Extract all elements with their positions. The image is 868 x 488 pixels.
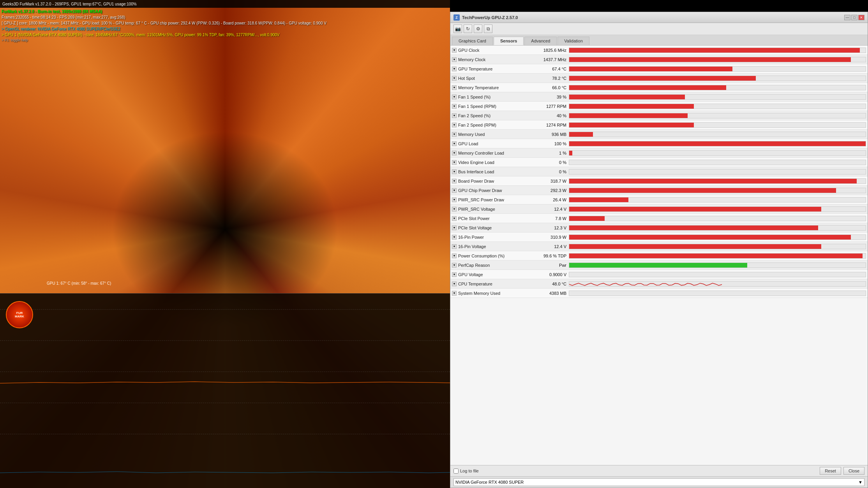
- sensor-name-cell: ▼Fan 2 Speed (RPM): [452, 123, 530, 127]
- sensor-dropdown-arrow[interactable]: ▼: [452, 235, 457, 240]
- gpu-dropdown-arrow: ▼: [858, 480, 863, 484]
- sensor-dropdown-arrow[interactable]: ▼: [452, 132, 457, 137]
- sensor-row-power-consumption-: ▼Power Consumption (%)99.6 % TDP: [450, 251, 868, 261]
- sensor-dropdown-arrow[interactable]: ▼: [452, 197, 457, 202]
- furmark-info-panel: FurMark v1.37.2.0 - Burn-in test, 1920x1…: [2, 9, 326, 43]
- sensor-bar: [569, 254, 863, 258]
- sensor-dropdown-arrow[interactable]: ▼: [452, 160, 457, 165]
- sensor-row-16-pin-voltage: ▼16-Pin Voltage12.4 V: [450, 242, 868, 251]
- sensor-label: System Memory Used: [458, 291, 500, 296]
- sensor-dropdown-arrow[interactable]: ▼: [452, 272, 457, 277]
- refresh-icon[interactable]: ↻: [464, 25, 472, 33]
- sensor-bar-container: [569, 281, 866, 287]
- close-button[interactable]: ✕: [858, 15, 864, 20]
- close-button-footer[interactable]: Close: [843, 467, 864, 475]
- sensor-name-cell: ▼PCIe Slot Voltage: [452, 226, 530, 230]
- sensor-row-fan-2-speed-rpm: ▼Fan 2 Speed (RPM)1274 RPM: [450, 120, 868, 130]
- sensor-row-pwrsrc-power-draw: ▼PWR_SRC Power Draw26.4 W: [450, 195, 868, 204]
- sensor-dropdown-arrow[interactable]: ▼: [452, 188, 457, 193]
- sensor-row-hot-spot: ▼Hot Spot78.2 °C: [450, 74, 868, 83]
- tab-sensors[interactable]: Sensors: [494, 37, 524, 45]
- sensor-bar-container: [569, 57, 866, 62]
- furmark-info-line6: > F1: toggle help: [2, 38, 326, 43]
- sensor-label: Board Power Draw: [458, 179, 494, 183]
- tab-validation[interactable]: Validation: [557, 37, 589, 45]
- sensor-dropdown-arrow[interactable]: ▼: [452, 207, 457, 211]
- sensor-name-cell: ▼PerfCap Reason: [452, 263, 530, 268]
- sensor-label: CPU Temperature: [458, 282, 492, 286]
- sensor-bar: [569, 216, 605, 221]
- tab-advanced[interactable]: Advanced: [524, 37, 557, 45]
- gpuz-tabs: Graphics Card Sensors Advanced Validatio…: [450, 35, 868, 46]
- gpuz-window-controls[interactable]: — □ ✕: [844, 15, 864, 20]
- sensor-name-cell: ▼GPU Load: [452, 141, 530, 146]
- log-checkbox[interactable]: [453, 469, 459, 474]
- sensor-dropdown-arrow[interactable]: ▼: [452, 123, 457, 127]
- sensor-value-cell: 48.0 °C: [530, 282, 569, 286]
- sensor-value-cell: 0 %: [530, 169, 569, 174]
- settings-icon[interactable]: ⚙: [474, 25, 482, 33]
- sensor-dropdown-arrow[interactable]: ▼: [452, 67, 457, 71]
- sensor-bar-container: [569, 272, 866, 277]
- sensor-bar-container: [569, 76, 866, 81]
- maximize-button[interactable]: □: [851, 15, 857, 20]
- sensor-value-cell: Pwr: [530, 263, 569, 268]
- reset-button[interactable]: Reset: [820, 467, 841, 475]
- sensor-dropdown-arrow[interactable]: ▼: [452, 169, 457, 174]
- sensor-label: GPU Temperature: [458, 67, 492, 71]
- sensor-bar-container: [569, 225, 866, 231]
- sensor-row-memory-temperature: ▼Memory Temperature66.0 °C: [450, 83, 868, 92]
- sensor-dropdown-arrow[interactable]: ▼: [452, 216, 457, 221]
- sensor-value-cell: 0.9000 V: [530, 272, 569, 277]
- sensor-dropdown-arrow[interactable]: ▼: [452, 85, 457, 90]
- sensor-name-cell: ▼PCIe Slot Power: [452, 216, 530, 221]
- furmark-info-line4: > OpenGL renderer: NVIDIA GeForce RTX 40…: [2, 26, 326, 32]
- sensor-dropdown-arrow[interactable]: ▼: [452, 151, 457, 155]
- furmark-titlebar: Geeks3D FurMark v1.37.2.0 - 269FPS, GPU1…: [0, 0, 450, 8]
- tab-graphics-card[interactable]: Graphics Card: [452, 37, 493, 45]
- gpu-dropdown[interactable]: NVIDIA GeForce RTX 4080 SUPER ▼: [453, 478, 864, 486]
- sensor-dropdown-arrow[interactable]: ▼: [452, 57, 457, 62]
- sensor-dropdown-arrow[interactable]: ▼: [452, 141, 457, 146]
- furmark-info-line2: Frames:232055 - time:08:14:23 - FPS:269 …: [2, 14, 326, 20]
- sensor-dropdown-arrow[interactable]: ▼: [452, 95, 457, 99]
- copy-icon[interactable]: ⧉: [484, 25, 492, 33]
- sensor-label: PWR_SRC Power Draw: [458, 197, 504, 202]
- gpuz-titlebar: Z TechPowerUp GPU-Z 2.57.0 — □ ✕: [450, 12, 868, 23]
- sensor-name-cell: ▼Bus Interface Load: [452, 169, 530, 174]
- sensor-label: GPU Load: [458, 141, 478, 146]
- sensor-dropdown-arrow[interactable]: ▼: [452, 113, 457, 118]
- sensor-dropdown-arrow[interactable]: ▼: [452, 226, 457, 230]
- sensor-bar: [569, 85, 726, 90]
- sensor-label: GPU Clock: [458, 48, 479, 53]
- sensor-bar-container: [569, 132, 866, 137]
- sensor-bar: [569, 104, 694, 109]
- sensor-value-cell: 310.9 W: [530, 235, 569, 240]
- sensor-dropdown-arrow[interactable]: ▼: [452, 179, 457, 183]
- sensor-dropdown-arrow[interactable]: ▼: [452, 104, 457, 109]
- sensor-dropdown-arrow[interactable]: ▼: [452, 254, 457, 258]
- sensor-label: Memory Controller Load: [458, 151, 504, 155]
- sensor-bar: [569, 207, 821, 211]
- sensor-label: PCIe Slot Power: [458, 216, 490, 221]
- sensor-bar-container: [569, 160, 866, 165]
- sensor-dropdown-arrow[interactable]: ▼: [452, 291, 457, 296]
- sensor-row-cpu-temperature: ▼CPU Temperature48.0 °C: [450, 279, 868, 289]
- sensor-bar: [569, 67, 732, 71]
- sensor-dropdown-arrow[interactable]: ▼: [452, 244, 457, 249]
- sensor-value-cell: 40 %: [530, 113, 569, 118]
- sensor-dropdown-arrow[interactable]: ▼: [452, 282, 457, 286]
- furmark-info-line5: > GPU 1 (NVIDIA GeForce RTX 4080 SUPER) …: [2, 32, 326, 38]
- sensor-name-cell: ▼Fan 2 Speed (%): [452, 113, 530, 118]
- gpuz-icon: Z: [453, 14, 460, 21]
- sensor-dropdown-arrow[interactable]: ▼: [452, 48, 457, 53]
- camera-icon[interactable]: 📷: [453, 25, 462, 33]
- log-to-file-control[interactable]: Log to file: [453, 469, 479, 474]
- sensor-bar-container: [569, 216, 866, 221]
- sensor-dropdown-arrow[interactable]: ▼: [452, 263, 457, 268]
- sensor-name-cell: ▼Fan 1 Speed (%): [452, 95, 530, 99]
- sensor-value-cell: 78.2 °C: [530, 76, 569, 81]
- minimize-button[interactable]: —: [844, 15, 850, 20]
- sensor-dropdown-arrow[interactable]: ▼: [452, 76, 457, 81]
- sensor-row-memory-clock: ▼Memory Clock1437.7 MHz: [450, 55, 868, 64]
